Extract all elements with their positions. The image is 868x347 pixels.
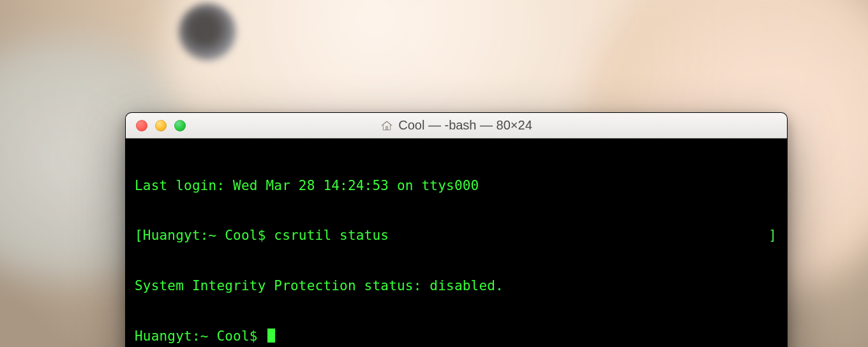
terminal-line: Last login: Wed Mar 28 14:24:53 on ttys0… bbox=[135, 177, 778, 194]
terminal-window[interactable]: Cool — -bash — 80×24 Last login: Wed Mar… bbox=[125, 112, 788, 347]
window-title-text: Cool — -bash — 80×24 bbox=[398, 118, 532, 133]
terminal-line: System Integrity Protection status: disa… bbox=[135, 277, 778, 294]
terminal-command: csrutil status bbox=[274, 228, 389, 243]
terminal-line: Huangyt:~ Cool$ bbox=[135, 328, 778, 344]
zoom-button[interactable] bbox=[174, 120, 186, 131]
terminal-body[interactable]: Last login: Wed Mar 28 14:24:53 on ttys0… bbox=[126, 138, 787, 347]
minimize-button[interactable] bbox=[155, 120, 167, 131]
window-title: Cool — -bash — 80×24 bbox=[126, 118, 787, 133]
desktop-background-blob bbox=[179, 3, 236, 61]
terminal-cursor bbox=[267, 329, 275, 343]
terminal-prompt: [Huangyt:~ Cool$ bbox=[135, 228, 274, 243]
home-icon bbox=[380, 119, 393, 132]
last-login-text: Last login: Wed Mar 28 14:24:53 on ttys0… bbox=[135, 178, 479, 193]
prompt-close-bracket: ] bbox=[768, 227, 777, 244]
svg-rect-0 bbox=[386, 126, 388, 129]
terminal-prompt: Huangyt:~ Cool$ bbox=[135, 329, 266, 344]
close-button[interactable] bbox=[136, 120, 147, 131]
terminal-line: [Huangyt:~ Cool$ csrutil status] bbox=[135, 227, 778, 244]
window-traffic-lights bbox=[126, 120, 186, 131]
window-titlebar[interactable]: Cool — -bash — 80×24 bbox=[126, 113, 787, 138]
terminal-output: System Integrity Protection status: disa… bbox=[135, 278, 504, 293]
